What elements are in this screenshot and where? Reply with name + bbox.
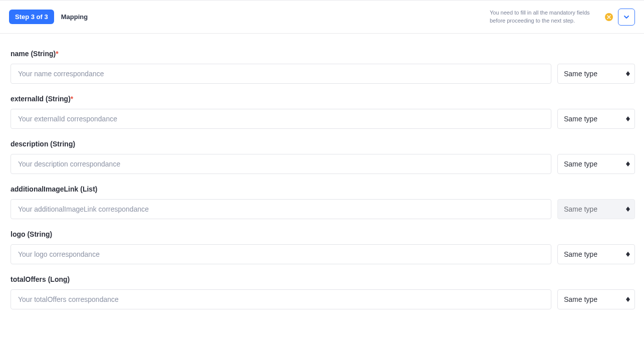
field-label: additionalImageLink (List) bbox=[11, 185, 635, 193]
name-type-select[interactable]: Same type bbox=[557, 64, 635, 84]
field-row: Same type bbox=[11, 199, 635, 219]
field-group-description: description (String) Same type bbox=[11, 140, 635, 174]
externalid-input[interactable] bbox=[11, 109, 551, 129]
field-row: Same type bbox=[11, 289, 635, 309]
label-text: logo (String) bbox=[11, 230, 52, 238]
field-label: name (String)* bbox=[11, 50, 635, 58]
additionalimagelink-type-select: Same type bbox=[557, 199, 635, 219]
label-text: totalOffers (Long) bbox=[11, 275, 70, 283]
step-badge: Step 3 of 3 bbox=[9, 10, 54, 24]
description-type-select[interactable]: Same type bbox=[557, 154, 635, 174]
field-label: description (String) bbox=[11, 140, 635, 148]
field-group-totaloffers: totalOffers (Long) Same type bbox=[11, 275, 635, 309]
field-group-additionalimagelink: additionalImageLink (List) Same type bbox=[11, 185, 635, 219]
field-group-name: name (String)* Same type bbox=[11, 50, 635, 84]
content: name (String)* Same type externalId (Str… bbox=[0, 34, 644, 319]
field-label: externalId (String)* bbox=[11, 95, 635, 103]
totaloffers-type-select[interactable]: Same type bbox=[557, 289, 635, 309]
logo-type-select[interactable]: Same type bbox=[557, 244, 635, 264]
label-text: name (String) bbox=[11, 50, 56, 58]
totaloffers-input[interactable] bbox=[11, 289, 551, 309]
required-star: * bbox=[71, 95, 73, 103]
warning-text: You need to fill in all the mandatory fi… bbox=[490, 9, 600, 25]
field-row: Same type bbox=[11, 244, 635, 264]
field-row: Same type bbox=[11, 109, 635, 129]
type-select-wrap: Same type bbox=[557, 154, 635, 174]
label-text: additionalImageLink (List) bbox=[11, 185, 97, 193]
name-input[interactable] bbox=[11, 64, 551, 84]
label-text: description (String) bbox=[11, 140, 75, 148]
type-select-wrap: Same type bbox=[557, 199, 635, 219]
logo-input[interactable] bbox=[11, 244, 551, 264]
required-star: * bbox=[56, 50, 58, 58]
next-step-button[interactable] bbox=[618, 9, 635, 26]
field-group-externalid: externalId (String)* Same type bbox=[11, 95, 635, 129]
field-row: Same type bbox=[11, 154, 635, 174]
field-label: totalOffers (Long) bbox=[11, 275, 635, 283]
field-row: Same type bbox=[11, 64, 635, 84]
description-input[interactable] bbox=[11, 154, 551, 174]
label-text: externalId (String) bbox=[11, 95, 71, 103]
type-select-wrap: Same type bbox=[557, 109, 635, 129]
type-select-wrap: Same type bbox=[557, 64, 635, 84]
warning-icon bbox=[605, 13, 613, 21]
additionalimagelink-input[interactable] bbox=[11, 199, 551, 219]
field-group-logo: logo (String) Same type bbox=[11, 230, 635, 264]
step-title: Mapping bbox=[61, 13, 88, 21]
field-label: logo (String) bbox=[11, 230, 635, 238]
externalid-type-select[interactable]: Same type bbox=[557, 109, 635, 129]
header-right: You need to fill in all the mandatory fi… bbox=[490, 9, 635, 26]
type-select-wrap: Same type bbox=[557, 244, 635, 264]
type-select-wrap: Same type bbox=[557, 289, 635, 309]
header-bar: Step 3 of 3 Mapping You need to fill in … bbox=[0, 0, 644, 34]
